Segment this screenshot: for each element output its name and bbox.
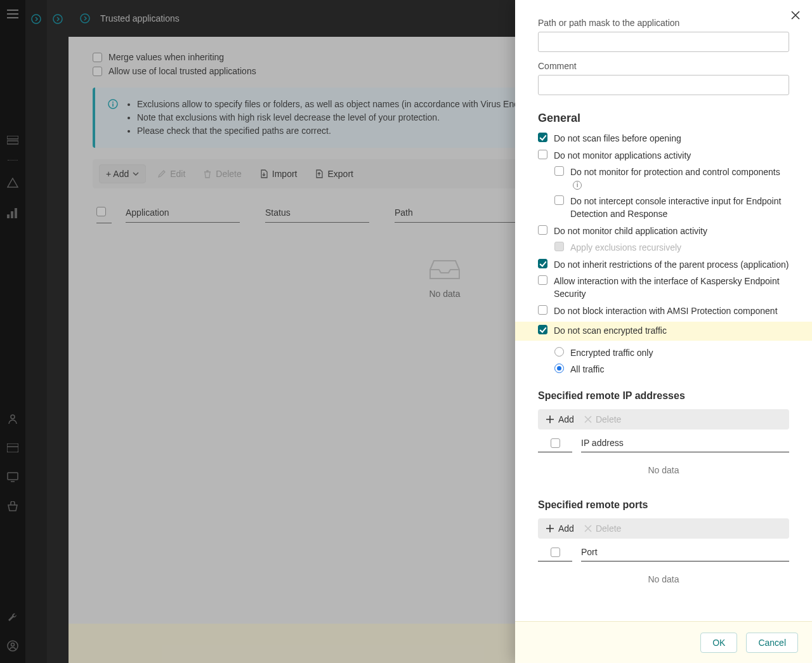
radio-encrypted-only[interactable]: Encrypted traffic only bbox=[554, 347, 789, 360]
radio-icon[interactable] bbox=[554, 347, 564, 357]
ip-toolbar: Add Delete bbox=[538, 409, 789, 430]
opt-no-monitor-activity[interactable]: Do not monitor applications activity bbox=[538, 150, 789, 162]
checkbox-icon[interactable] bbox=[554, 166, 564, 176]
ip-add-button[interactable]: Add bbox=[546, 414, 574, 424]
checkbox-icon[interactable] bbox=[538, 275, 547, 285]
opt-no-intercept-console[interactable]: Do not intercept console interactive inp… bbox=[554, 195, 789, 220]
ip-delete-button: Delete bbox=[584, 414, 621, 424]
port-select-all[interactable] bbox=[551, 548, 560, 557]
checkbox-icon[interactable] bbox=[554, 195, 564, 205]
port-section-title: Specified remote ports bbox=[538, 499, 789, 511]
comment-input[interactable] bbox=[538, 75, 789, 95]
radio-icon[interactable] bbox=[554, 364, 564, 373]
plus-icon bbox=[546, 524, 554, 533]
ip-select-all[interactable] bbox=[551, 438, 560, 448]
close-icon[interactable] bbox=[790, 10, 801, 22]
opt-no-monitor-child[interactable]: Do not monitor child application activit… bbox=[538, 225, 789, 238]
radio-all-traffic[interactable]: All traffic bbox=[554, 364, 789, 376]
checkbox-icon[interactable] bbox=[538, 133, 547, 142]
opt-no-inherit-restrictions[interactable]: Do not inherit restrictions of the paren… bbox=[538, 259, 789, 272]
checkbox-icon[interactable] bbox=[538, 325, 547, 334]
x-icon bbox=[584, 416, 592, 423]
opt-no-scan-before-open[interactable]: Do not scan files before opening bbox=[538, 133, 789, 145]
cancel-button[interactable]: Cancel bbox=[746, 633, 798, 653]
opt-no-scan-encrypted[interactable]: Do not scan encrypted traffic bbox=[515, 322, 812, 341]
port-toolbar: Add Delete bbox=[538, 518, 789, 539]
checkbox-icon[interactable] bbox=[538, 150, 547, 159]
path-label: Path or path mask to the application bbox=[538, 18, 789, 28]
checkbox-icon[interactable] bbox=[538, 305, 547, 315]
opt-no-block-amsi[interactable]: Do not block interaction with AMSI Prote… bbox=[538, 305, 789, 318]
ip-col: IP address bbox=[581, 438, 789, 452]
opt-apply-recursively: Apply exclusions recursively bbox=[554, 242, 789, 254]
comment-label: Comment bbox=[538, 61, 789, 71]
info-icon[interactable]: i bbox=[573, 181, 582, 190]
ok-button[interactable]: OK bbox=[700, 633, 737, 653]
checkbox-icon bbox=[554, 242, 564, 251]
port-col: Port bbox=[581, 547, 789, 561]
path-input[interactable] bbox=[538, 32, 789, 52]
x-icon bbox=[584, 525, 592, 532]
general-title: General bbox=[538, 112, 789, 125]
trusted-app-panel: Path or path mask to the application Com… bbox=[515, 0, 812, 663]
ip-nodata: No data bbox=[538, 455, 789, 485]
plus-icon bbox=[546, 415, 554, 424]
checkbox-icon[interactable] bbox=[538, 225, 547, 235]
ip-section-title: Specified remote IP addresses bbox=[538, 390, 789, 402]
checkbox-icon[interactable] bbox=[538, 259, 547, 268]
port-add-button[interactable]: Add bbox=[546, 523, 574, 534]
opt-allow-interaction-kes[interactable]: Allow interaction with the interface of … bbox=[538, 275, 789, 300]
panel-footer: OK Cancel bbox=[515, 621, 812, 663]
port-nodata: No data bbox=[538, 564, 789, 594]
opt-no-monitor-protection[interactable]: Do not monitor for protection and contro… bbox=[554, 166, 789, 191]
port-delete-button: Delete bbox=[584, 523, 621, 534]
